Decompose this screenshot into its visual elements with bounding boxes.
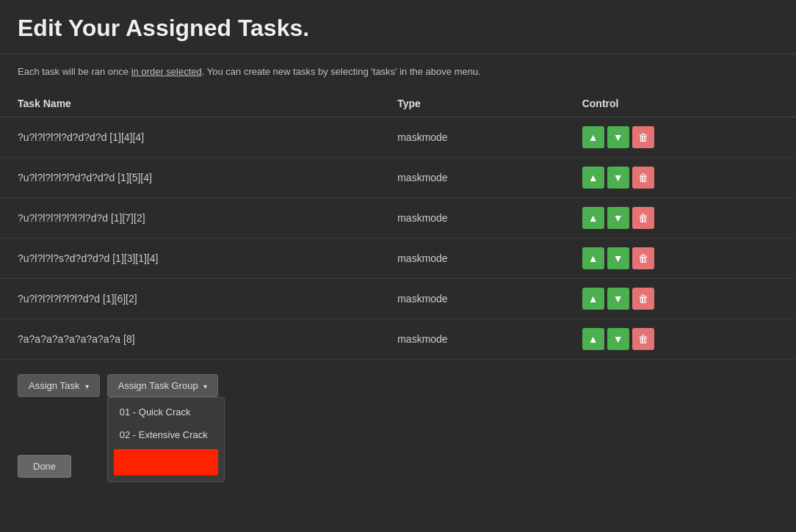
table-row: ?u?l?l?l?s?d?d?d?d [1][3][1][4]maskmode▲… <box>0 238 796 279</box>
page-subtitle: Each task will be ran once in order sele… <box>0 54 796 84</box>
move-down-button[interactable]: ▼ <box>607 247 629 269</box>
move-up-button[interactable]: ▲ <box>582 167 604 189</box>
col-header-control: Control <box>565 90 796 117</box>
task-name-cell: ?u?l?l?l?l?l?l?l?d?d [1][7][2] <box>0 198 380 238</box>
task-control-cell: ▲▼🗑 <box>565 319 796 360</box>
table-row: ?u?l?l?l?l?d?d?d?d [1][4][4]maskmode▲▼🗑 <box>0 117 796 158</box>
move-up-button[interactable]: ▲ <box>582 126 604 148</box>
move-down-button[interactable]: ▼ <box>607 328 629 350</box>
assign-group-wrapper: Assign Task Group ▾ 01 - Quick Crack 02 … <box>107 374 219 397</box>
move-down-button[interactable]: ▼ <box>607 126 629 148</box>
table-row: ?a?a?a?a?a?a?a?a?a [8]maskmode▲▼🗑 <box>0 319 796 360</box>
dropdown-item-quick-crack[interactable]: 01 - Quick Crack <box>108 401 224 423</box>
task-name-cell: ?a?a?a?a?a?a?a?a?a [8] <box>0 319 380 360</box>
task-name-cell: ?u?l?l?l?s?d?d?d?d [1][3][1][4] <box>0 238 380 279</box>
task-type-cell: maskmode <box>380 198 565 238</box>
move-up-button[interactable]: ▲ <box>582 207 604 229</box>
col-header-taskname: Task Name <box>0 90 380 117</box>
move-up-button[interactable]: ▲ <box>582 247 604 269</box>
done-button[interactable]: Done <box>18 455 71 478</box>
task-name-cell: ?u?l?l?l?l?l?l?d?d [1][6][2] <box>0 279 380 319</box>
assign-task-group-button[interactable]: Assign Task Group ▾ <box>107 374 219 397</box>
task-type-cell: maskmode <box>380 279 565 319</box>
delete-button[interactable]: 🗑 <box>632 288 654 310</box>
page-header: Edit Your Assigned Tasks. <box>0 0 796 54</box>
task-name-cell: ?u?l?l?l?l?l?d?d?d?d [1][5][4] <box>0 158 380 198</box>
dropdown-color-swatch <box>114 449 218 475</box>
delete-button[interactable]: 🗑 <box>632 126 654 148</box>
assign-task-button[interactable]: Assign Task ▾ <box>18 374 100 397</box>
dropdown-item-extensive-crack[interactable]: 02 - Extensive Crack <box>108 423 224 446</box>
assign-group-caret: ▾ <box>203 382 207 390</box>
delete-button[interactable]: 🗑 <box>632 207 654 229</box>
task-type-cell: maskmode <box>380 117 565 158</box>
delete-button[interactable]: 🗑 <box>632 167 654 189</box>
assign-task-caret: ▾ <box>85 382 89 390</box>
move-up-button[interactable]: ▲ <box>582 288 604 310</box>
task-control-cell: ▲▼🗑 <box>565 198 796 238</box>
move-up-button[interactable]: ▲ <box>582 328 604 350</box>
task-name-cell: ?u?l?l?l?l?d?d?d?d [1][4][4] <box>0 117 380 158</box>
task-type-cell: maskmode <box>380 319 565 360</box>
delete-button[interactable]: 🗑 <box>632 247 654 269</box>
move-down-button[interactable]: ▼ <box>607 207 629 229</box>
table-row: ?u?l?l?l?l?l?l?d?d [1][6][2]maskmode▲▼🗑 <box>0 279 796 319</box>
subtitle-underline: in order selected <box>131 66 202 77</box>
move-down-button[interactable]: ▼ <box>607 288 629 310</box>
task-group-dropdown: 01 - Quick Crack 02 - Extensive Crack <box>107 397 225 482</box>
page-title: Edit Your Assigned Tasks. <box>18 15 778 42</box>
move-down-button[interactable]: ▼ <box>607 167 629 189</box>
task-control-cell: ▲▼🗑 <box>565 117 796 158</box>
task-type-cell: maskmode <box>380 158 565 198</box>
table-row: ?u?l?l?l?l?l?l?l?d?d [1][7][2]maskmode▲▼… <box>0 198 796 238</box>
task-type-cell: maskmode <box>380 238 565 279</box>
bottom-controls: Assign Task ▾ Assign Task Group ▾ 01 - Q… <box>0 360 796 412</box>
task-control-cell: ▲▼🗑 <box>565 238 796 279</box>
col-header-type: Type <box>380 90 565 117</box>
table-row: ?u?l?l?l?l?l?d?d?d?d [1][5][4]maskmode▲▼… <box>0 158 796 198</box>
task-control-cell: ▲▼🗑 <box>565 158 796 198</box>
task-table: Task Name Type Control ?u?l?l?l?l?d?d?d?… <box>0 90 796 360</box>
task-control-cell: ▲▼🗑 <box>565 279 796 319</box>
delete-button[interactable]: 🗑 <box>632 328 654 350</box>
